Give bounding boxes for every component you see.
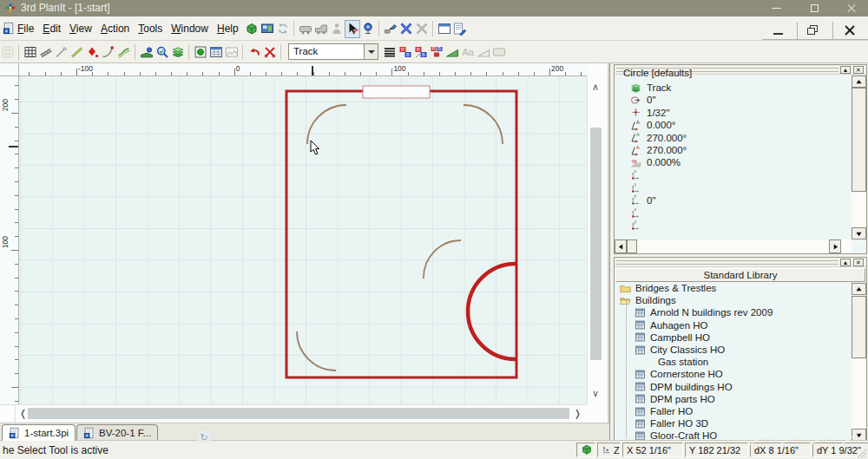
property-row[interactable]: A270.000° (630, 144, 687, 156)
scroll-down-button[interactable] (852, 429, 866, 441)
panel-pin-button[interactable]: ▲ (840, 66, 851, 74)
canvas-vertical-scrollbar[interactable]: ∧ ∨ (587, 76, 603, 404)
menu-view[interactable]: View (65, 23, 96, 35)
train-car-icon[interactable] (298, 20, 313, 38)
minimize-button[interactable] (762, 0, 792, 16)
property-row[interactable]: 0" (630, 94, 655, 106)
track-ties-icon[interactable] (38, 43, 54, 61)
menu-file[interactable]: File (13, 23, 38, 35)
scroll-left-button[interactable] (615, 239, 627, 253)
menu-edit[interactable]: Edit (38, 23, 65, 35)
properties-vscrollbar[interactable] (852, 75, 866, 239)
panel-close-button[interactable]: ✕ (853, 259, 864, 266)
tree-item[interactable]: DPM buildings HO (635, 381, 733, 393)
cross-blue-icon[interactable] (398, 20, 414, 38)
properties-hscrollbar[interactable] (615, 239, 852, 253)
canvas-horizontal-scrollbar[interactable]: ❬ ❭ (0, 404, 587, 422)
track-plan-canvas[interactable] (19, 76, 587, 404)
locomotive-icon[interactable] (313, 20, 329, 38)
track-arc-top-left[interactable] (307, 105, 346, 144)
tree-item[interactable]: Gas station (649, 356, 708, 368)
edit-list-icon[interactable] (452, 20, 468, 38)
property-row[interactable]: x (630, 207, 647, 219)
maximize-button[interactable] (800, 0, 830, 16)
rail-rb-2-icon[interactable]: RB (413, 43, 429, 61)
tree-item[interactable]: Cornerstone HO (635, 368, 723, 380)
scroll-thumb[interactable] (852, 296, 866, 358)
resize-grip[interactable] (856, 448, 867, 459)
status-3d-indicator[interactable] (576, 443, 595, 457)
property-row[interactable]: A270.000° (630, 132, 687, 144)
mdi-close-button[interactable] (832, 22, 868, 39)
property-row[interactable]: Track (630, 82, 671, 94)
grade-ramp-icon[interactable] (444, 43, 460, 61)
library-panel-header[interactable]: ▲ ✕ (615, 258, 866, 267)
line-weight-icon[interactable] (382, 43, 398, 61)
library-header-button[interactable]: Standard Library (615, 268, 865, 282)
select-pointer-icon[interactable] (345, 20, 360, 38)
scroll-down-button[interactable] (852, 227, 866, 239)
flex-track-icon[interactable] (116, 43, 132, 61)
cut-red-icon[interactable] (262, 43, 278, 61)
passenger-icon[interactable] (329, 20, 345, 38)
close-button[interactable] (837, 0, 866, 16)
track-arc-top-right[interactable] (464, 105, 503, 144)
library-vscrollbar[interactable] (852, 283, 866, 441)
parts-table-icon[interactable] (208, 43, 224, 61)
find-part-icon[interactable] (155, 43, 170, 61)
wall-opening[interactable] (363, 86, 430, 98)
menu-tools[interactable]: Tools (134, 23, 167, 35)
menu-window[interactable]: Window (167, 23, 213, 35)
grid-faint-icon[interactable] (0, 43, 16, 61)
cube-3d-icon[interactable] (244, 20, 260, 38)
layer-combobox[interactable]: Track (288, 43, 378, 60)
document-tab-1[interactable]: 1-start.3pi (2, 424, 76, 441)
tree-item[interactable]: Arnold N buildings rev 2009 (635, 306, 773, 318)
line-green-icon[interactable] (69, 43, 85, 61)
tree-item[interactable]: Campbell HO (635, 331, 710, 344)
property-row[interactable]: y (630, 219, 647, 231)
text-aa-icon[interactable]: Aa (460, 43, 476, 61)
camera-icon[interactable] (360, 20, 376, 38)
cross-gray-icon[interactable] (414, 20, 430, 38)
property-row[interactable]: z0" (630, 194, 655, 207)
property-row[interactable]: %0.000% (630, 156, 681, 168)
tree-item[interactable]: Bridges & Trestles (620, 282, 716, 294)
endpoint-diamond-icon[interactable] (85, 43, 101, 61)
panel-pin-button[interactable]: ▲ (840, 259, 851, 266)
tree-item[interactable]: Buildings (620, 294, 676, 306)
document-tab-2[interactable]: BV-20-1 F... (76, 424, 158, 441)
scroll-up-button[interactable] (852, 75, 866, 88)
scroll-thumb[interactable] (627, 239, 637, 253)
status-z-mode[interactable]: Z (597, 443, 621, 457)
tree-item[interactable]: Auhagen HO (635, 319, 708, 331)
line-gray-icon[interactable] (54, 43, 69, 61)
property-row[interactable]: y (630, 181, 647, 193)
rail-rb-3-icon[interactable]: RB (429, 43, 444, 61)
vscroll-thumb[interactable] (590, 128, 602, 360)
property-row[interactable]: 1/32" (630, 107, 669, 119)
scroll-right-button[interactable] (829, 239, 841, 253)
panel-close-button[interactable]: ✕ (853, 66, 864, 74)
tree-item[interactable]: Faller HO 3D (635, 417, 708, 429)
layers-icon[interactable] (170, 43, 186, 61)
property-row[interactable]: A0.000° (630, 119, 675, 131)
window-view-icon[interactable] (437, 20, 452, 38)
button-gray-icon[interactable] (491, 43, 507, 61)
train-view-icon[interactable] (260, 20, 275, 38)
track-arc-bottom-left[interactable] (297, 331, 336, 370)
scroll-up-button[interactable] (852, 283, 866, 295)
uncouple-icon[interactable] (383, 20, 398, 38)
signal-icon[interactable] (193, 43, 208, 61)
track-arc-middle[interactable] (424, 240, 461, 279)
tree-item[interactable]: Faller HO (635, 405, 693, 417)
grid-icon[interactable] (23, 43, 38, 61)
track-semicircle[interactable] (468, 264, 516, 359)
mdi-restore-button[interactable] (797, 22, 832, 39)
tree-item[interactable]: DPM parts HO (635, 393, 715, 405)
refresh-icon[interactable] (275, 20, 291, 38)
tree-item[interactable]: City Classics HO (635, 344, 725, 356)
room-outline[interactable] (286, 91, 516, 377)
property-row[interactable]: x (630, 169, 647, 181)
curve-tool-icon[interactable] (101, 43, 116, 61)
